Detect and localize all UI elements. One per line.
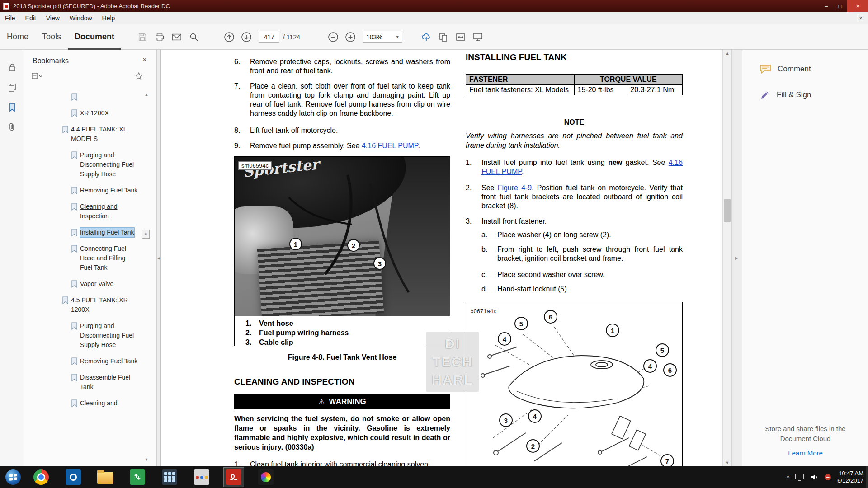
bookmark-icon — [71, 280, 78, 288]
bookmark-item[interactable]: Purging and Disconnecting Fuel Supply Ho… — [24, 321, 143, 350]
organize-pages-button[interactable] — [435, 28, 452, 46]
menu-edit[interactable]: Edit — [20, 14, 41, 22]
page-number-input[interactable] — [259, 31, 279, 43]
zoom-out-button[interactable] — [325, 28, 342, 46]
bookmark-options-button[interactable] — [32, 72, 43, 81]
tab-document[interactable]: Document — [68, 24, 121, 50]
page-thumbnails-button[interactable] — [7, 82, 18, 93]
step-item: 1. Clean fuel tank interior with commerc… — [234, 460, 450, 466]
fit-width-button[interactable] — [452, 28, 469, 46]
bookmark-item[interactable]: 4.4 FUEL TANK: XL MODELS — [24, 125, 143, 144]
fill-sign-tool[interactable]: Fill & Sign — [760, 89, 811, 100]
bookmark-icon — [71, 109, 78, 117]
taskbar-outlook[interactable] — [63, 467, 84, 487]
diagram-callout: 6 — [663, 363, 677, 377]
zoom-in-icon — [345, 32, 356, 42]
save-to-document-cloud-button[interactable] — [418, 28, 435, 46]
diagram-callout: 6 — [544, 310, 557, 324]
attachments-panel-button[interactable] — [7, 122, 18, 133]
taskbar-download-manager[interactable] — [127, 467, 148, 487]
step-number: 9. — [234, 141, 250, 150]
next-page-button[interactable] — [238, 28, 255, 46]
bookmark-item-selected[interactable]: Installing Fuel Tank — [24, 228, 143, 237]
zoom-in-button[interactable] — [342, 28, 359, 46]
bookmarks-panel-button[interactable] — [7, 102, 18, 113]
menu-window[interactable]: Window — [65, 14, 97, 22]
bookmark-item[interactable]: Cleaning and — [24, 399, 143, 408]
maximize-button[interactable]: □ — [833, 0, 847, 12]
menu-view[interactable]: View — [41, 14, 65, 22]
figure-4-9-link[interactable]: Figure 4-9 — [498, 184, 532, 192]
close-button[interactable]: × — [847, 0, 868, 12]
taskbar-media-app[interactable] — [255, 467, 276, 487]
new-bookmark-button[interactable] — [134, 72, 143, 82]
step-text: Place a clean, soft cloth over front of … — [250, 82, 450, 118]
tab-home[interactable]: Home — [0, 24, 35, 50]
print-button[interactable] — [151, 28, 168, 46]
substep-letter: d. — [481, 285, 497, 294]
tray-expand-icon[interactable]: ^ — [787, 474, 789, 481]
email-button[interactable] — [168, 28, 185, 46]
tab-tools[interactable]: Tools — [35, 24, 68, 50]
panel-collapse-handle[interactable]: ◀ — [156, 246, 161, 270]
taskbar-acrobat-reader[interactable] — [223, 467, 244, 487]
scroll-down-arrow[interactable]: ▼ — [723, 460, 732, 465]
substep-item: b. From right to left, push screw throug… — [481, 245, 683, 263]
green-arrows-icon — [130, 469, 145, 485]
taskbar-utility-app[interactable] — [191, 467, 212, 487]
bookmark-item[interactable]: Vapor Valve — [24, 279, 143, 289]
search-button[interactable] — [185, 28, 203, 46]
step-number: 1. — [466, 158, 481, 176]
comment-label: Comment — [778, 65, 811, 74]
zoom-select[interactable]: 103% ▾ — [363, 31, 402, 43]
comment-bubble-icon — [760, 64, 771, 74]
step-number: 2. — [466, 183, 481, 211]
organize-pages-icon — [438, 32, 449, 42]
comment-tool[interactable]: Comment — [760, 64, 811, 74]
bookmark-item[interactable]: Removing Fuel Tank — [24, 186, 143, 195]
bookmark-item[interactable]: Purging and Disconnecting Fuel Supply Ho… — [24, 150, 143, 179]
fuel-pump-link[interactable]: 4.16 FUEL PUMP — [362, 142, 418, 150]
menu-help[interactable]: Help — [97, 14, 120, 22]
menu-file[interactable]: File — [0, 14, 20, 22]
tree-scrollbar-thumb[interactable]: ≡ — [142, 230, 150, 239]
learn-more-link[interactable]: Learn More — [742, 449, 868, 457]
save-button[interactable] — [134, 28, 151, 46]
security-lock-button[interactable] — [7, 62, 18, 73]
minimize-button[interactable]: – — [819, 0, 833, 12]
tree-scroll-down[interactable]: ▼ — [143, 457, 150, 462]
show-desktop-button[interactable] — [866, 466, 868, 488]
photo-callout: 2 — [347, 239, 360, 252]
scrollbar-thumb[interactable] — [724, 199, 731, 222]
tree-scroll-up[interactable]: ▲ — [143, 92, 150, 97]
tools-panel-collapse-handle[interactable]: ▶ — [733, 246, 740, 270]
taskbar-chrome[interactable] — [31, 467, 52, 487]
bookmarks-close-icon[interactable]: × — [142, 55, 147, 65]
start-button[interactable] — [5, 469, 21, 485]
search-icon — [189, 32, 199, 42]
bookmark-item[interactable]: 4.5 FUEL TANK: XR 1200X — [24, 296, 143, 314]
document-scrollbar[interactable]: ▲ ▼ — [722, 50, 731, 466]
text-segment: gasket. See — [622, 159, 669, 166]
previous-page-button[interactable] — [221, 28, 238, 46]
menubar-close-icon[interactable]: × — [859, 14, 863, 22]
bookmark-item[interactable]: XR 1200X — [24, 108, 143, 118]
minimize-icon: – — [825, 3, 828, 9]
torque-table: FASTENER TORQUE VALUE Fuel tank fastener… — [466, 74, 683, 95]
antivirus-icon[interactable] — [824, 474, 831, 481]
taskbar-file-explorer[interactable] — [95, 467, 116, 487]
bookmark-tree: XR 1200X 4.4 FUEL TANK: XL MODELS Purgin… — [24, 91, 143, 466]
bookmark-item[interactable]: Disassemble Fuel Tank — [24, 373, 143, 392]
bookmark-item[interactable]: Cleaning and Inspection — [24, 202, 143, 221]
text-segment: See — [481, 184, 498, 192]
volume-icon[interactable] — [810, 473, 818, 481]
bookmark-label: Purging and Disconnecting Fuel Supply Ho… — [80, 321, 139, 350]
display-icon[interactable] — [795, 473, 804, 481]
read-mode-button[interactable] — [469, 28, 486, 46]
bookmark-item[interactable]: Connecting Fuel Hose and Filling Fuel Ta… — [24, 244, 143, 272]
scroll-up-arrow[interactable]: ▲ — [723, 51, 732, 56]
taskbar-clock[interactable]: 10:47 AM 6/12/2017 — [837, 470, 863, 484]
bookmark-item[interactable]: Removing Fuel Tank — [24, 357, 143, 366]
clock-time: 10:47 AM — [837, 470, 863, 477]
taskbar-calculator[interactable] — [159, 467, 180, 487]
